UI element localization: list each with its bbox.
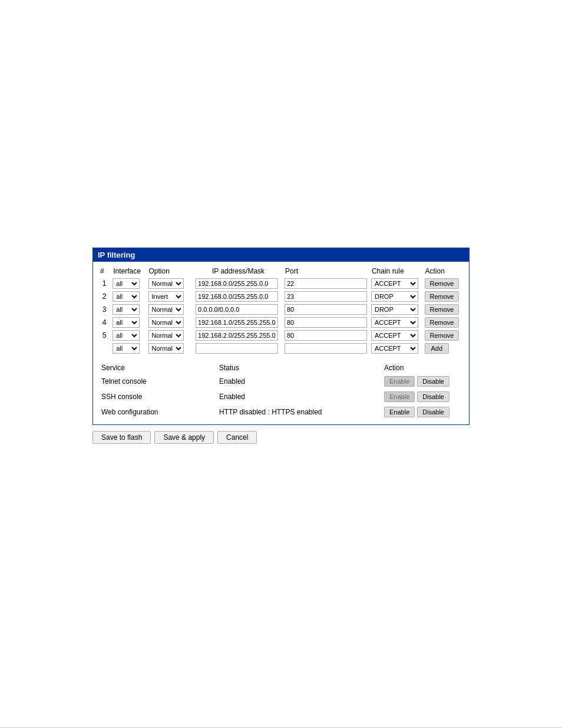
remove-button-3[interactable]: Remove: [425, 304, 459, 315]
ip-filter-table: # Interface Option IP address/Mask Port …: [98, 265, 464, 355]
option-select-5[interactable]: NormalInvert: [148, 330, 184, 341]
port-input-2[interactable]: [285, 291, 367, 302]
new-row-iface[interactable]: alleth0eth1: [111, 342, 146, 355]
ip-input-1[interactable]: [196, 278, 278, 289]
new-ip-input[interactable]: [196, 343, 278, 354]
ip-input-4[interactable]: [196, 317, 278, 328]
option-select-3[interactable]: NormalInvert: [148, 304, 184, 315]
iface-select-4[interactable]: alleth0eth1: [113, 317, 140, 328]
chain-select-2[interactable]: ACCEPTDROPREJECT: [371, 291, 418, 302]
row-chain-1[interactable]: ACCEPTDROPREJECT: [369, 277, 423, 290]
row-action-3[interactable]: Remove: [423, 303, 464, 316]
iface-select-2[interactable]: alleth0eth1: [113, 291, 140, 302]
chain-select-4[interactable]: ACCEPTDROPREJECT: [371, 317, 418, 328]
row-port-2[interactable]: [283, 290, 369, 303]
row-ip-1[interactable]: [194, 277, 283, 290]
col-header-num: #: [98, 265, 111, 277]
remove-button-4[interactable]: Remove: [425, 317, 459, 328]
row-iface-5[interactable]: alleth0eth1: [111, 329, 146, 342]
col-header-action: Action: [423, 265, 464, 277]
service-row-telnet: Telnet console Enabled Enable Disable: [98, 374, 464, 389]
new-row-chain[interactable]: ACCEPTDROPREJECT: [369, 342, 423, 355]
row-action-5[interactable]: Remove: [423, 329, 464, 342]
chain-select-3[interactable]: ACCEPTDROPREJECT: [371, 304, 418, 315]
option-select-4[interactable]: NormalInvert: [148, 317, 184, 328]
disable-button-web[interactable]: Disable: [417, 407, 449, 417]
row-port-5[interactable]: [283, 329, 369, 342]
row-ip-3[interactable]: [194, 303, 283, 316]
row-option-1[interactable]: NormalInvert: [147, 277, 194, 290]
row-iface-3[interactable]: alleth0eth1: [111, 303, 146, 316]
save-to-flash-button[interactable]: Save to flash: [92, 431, 151, 444]
chain-select-5[interactable]: ACCEPTDROPREJECT: [371, 330, 418, 341]
disable-button-telnet[interactable]: Disable: [417, 376, 449, 387]
new-chain-select[interactable]: ACCEPTDROPREJECT: [371, 343, 418, 354]
new-option-select[interactable]: NormalInvert: [148, 343, 184, 354]
remove-button-5[interactable]: Remove: [425, 330, 459, 341]
iface-select-5[interactable]: alleth0eth1: [113, 330, 140, 341]
row-port-4[interactable]: [283, 316, 369, 329]
enable-button-telnet[interactable]: Enable: [384, 376, 415, 387]
port-input-5[interactable]: [285, 330, 367, 341]
enable-button-web[interactable]: Enable: [384, 407, 415, 417]
new-port-input[interactable]: [285, 343, 367, 354]
remove-button-1[interactable]: Remove: [425, 278, 459, 289]
new-row-ip[interactable]: [194, 342, 283, 355]
iface-select-1[interactable]: alleth0eth1: [113, 278, 140, 289]
table-row: 2 alleth0eth1 NormalInvert: [98, 290, 464, 303]
row-chain-2[interactable]: ACCEPTDROPREJECT: [369, 290, 423, 303]
ip-input-5[interactable]: [196, 330, 278, 341]
table-header-row: # Interface Option IP address/Mask Port …: [98, 265, 464, 277]
port-input-4[interactable]: [285, 317, 367, 328]
service-col-service: Service: [98, 362, 216, 374]
port-input-3[interactable]: [285, 304, 367, 315]
bottom-buttons: Save to flash Save & apply Cancel: [92, 431, 470, 444]
row-chain-4[interactable]: ACCEPTDROPREJECT: [369, 316, 423, 329]
col-header-option: Option: [147, 265, 194, 277]
save-apply-button[interactable]: Save & apply: [154, 431, 214, 444]
add-button[interactable]: Add: [425, 343, 449, 354]
table-row: 1 alleth0eth1 NormalInvert: [98, 277, 464, 290]
col-header-iface: Interface: [111, 265, 146, 277]
row-iface-2[interactable]: alleth0eth1: [111, 290, 146, 303]
new-row-add[interactable]: Add: [423, 342, 464, 355]
row-ip-4[interactable]: [194, 316, 283, 329]
new-row-port[interactable]: [283, 342, 369, 355]
col-header-chain: Chain rule: [369, 265, 423, 277]
ip-input-2[interactable]: [196, 291, 278, 302]
row-iface-4[interactable]: alleth0eth1: [111, 316, 146, 329]
row-option-5[interactable]: NormalInvert: [147, 329, 194, 342]
row-option-2[interactable]: NormalInvert: [147, 290, 194, 303]
row-option-3[interactable]: NormalInvert: [147, 303, 194, 316]
row-chain-5[interactable]: ACCEPTDROPREJECT: [369, 329, 423, 342]
port-input-1[interactable]: [285, 278, 367, 289]
enable-button-ssh[interactable]: Enable: [384, 391, 415, 402]
row-port-1[interactable]: [283, 277, 369, 290]
row-ip-2[interactable]: [194, 290, 283, 303]
row-num-1: 1: [98, 277, 111, 290]
row-port-3[interactable]: [283, 303, 369, 316]
row-iface-1[interactable]: alleth0eth1: [111, 277, 146, 290]
option-select-2[interactable]: NormalInvert: [148, 291, 184, 302]
row-option-4[interactable]: NormalInvert: [147, 316, 194, 329]
disable-button-ssh[interactable]: Disable: [417, 391, 449, 402]
row-action-1[interactable]: Remove: [423, 277, 464, 290]
cancel-button[interactable]: Cancel: [217, 431, 257, 444]
ip-input-3[interactable]: [196, 304, 278, 315]
service-row-ssh: SSH console Enabled Enable Disable: [98, 389, 464, 404]
service-action-cell-telnet: Enable Disable: [384, 376, 461, 387]
main-panel: IP filtering # Interface Option IP addre…: [92, 248, 470, 444]
table-row: 4 alleth0eth1 NormalInvert: [98, 316, 464, 329]
service-status-web: HTTP disabled : HTTPS enabled: [216, 404, 381, 420]
new-row-option[interactable]: NormalInvert: [147, 342, 194, 355]
row-chain-3[interactable]: ACCEPTDROPREJECT: [369, 303, 423, 316]
row-action-2[interactable]: Remove: [423, 290, 464, 303]
row-action-4[interactable]: Remove: [423, 316, 464, 329]
row-ip-5[interactable]: [194, 329, 283, 342]
iface-select-3[interactable]: alleth0eth1: [113, 304, 140, 315]
new-iface-select[interactable]: alleth0eth1: [113, 343, 140, 354]
chain-select-1[interactable]: ACCEPTDROPREJECT: [371, 278, 418, 289]
remove-button-2[interactable]: Remove: [425, 291, 459, 302]
service-table: Service Status Action Telnet console Ena…: [98, 362, 464, 420]
option-select-1[interactable]: NormalInvert: [148, 278, 184, 289]
